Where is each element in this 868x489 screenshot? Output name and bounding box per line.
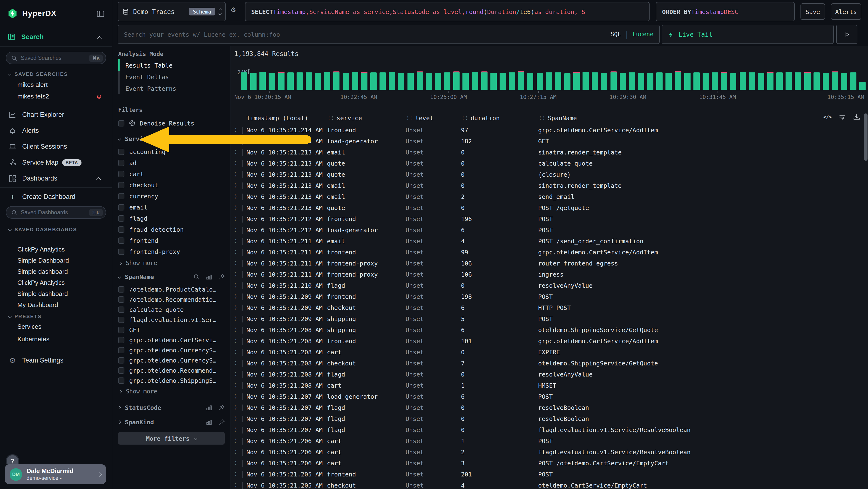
histogram-bar[interactable] xyxy=(776,73,783,90)
drag-handle-icon[interactable]: ⋮⋮ xyxy=(538,115,545,120)
histogram-bar[interactable] xyxy=(564,74,570,90)
histogram-bar[interactable] xyxy=(730,74,737,90)
pin-icon[interactable] xyxy=(218,419,225,425)
saved-searches-input[interactable]: Saved Searches ⌘K xyxy=(6,52,106,64)
histogram-bar[interactable] xyxy=(453,73,460,90)
row-expand-chevron[interactable]: 〉 xyxy=(235,193,242,200)
histogram-bar[interactable] xyxy=(250,73,256,90)
show-more-servicename[interactable]: Show more xyxy=(118,258,225,268)
source-settings-gear-icon[interactable]: ⚙ xyxy=(231,6,236,13)
histogram-bar[interactable] xyxy=(693,73,700,90)
table-row[interactable]: 〉Nov 6 10:35:21.213 AMquoteUnset0calcula… xyxy=(231,158,864,169)
checkbox[interactable] xyxy=(118,193,124,199)
row-expand-chevron[interactable]: 〉 xyxy=(235,426,242,433)
histogram-bar[interactable] xyxy=(324,72,331,90)
histogram-bar[interactable] xyxy=(435,73,441,90)
saved-dashboards-section[interactable]: SAVED DASHBOARDS xyxy=(6,226,106,232)
sidebar-item-team-settings[interactable]: ⚙ Team Settings xyxy=(6,352,106,368)
table-row[interactable]: 〉Nov 6 10:35:21.205 AMcheckoutUnset4otel… xyxy=(231,480,864,489)
table-row[interactable]: 〉Nov 6 10:35:21.205 AMfrontendUnset201PO… xyxy=(231,469,864,480)
histogram-bar[interactable] xyxy=(841,74,847,90)
histogram-bar[interactable] xyxy=(518,72,524,90)
row-expand-chevron[interactable]: 〉 xyxy=(235,382,242,389)
pin-icon[interactable] xyxy=(218,404,225,410)
table-row[interactable]: 〉Nov 6 10:35:21.207 AMflagdUnset0resolve… xyxy=(231,413,864,424)
table-row[interactable]: 〉Nov 6 10:35:21.211 AMemailUnset4POST /s… xyxy=(231,236,864,247)
histogram-bar[interactable] xyxy=(509,73,515,90)
histogram-bar[interactable] xyxy=(379,73,386,90)
row-expand-chevron[interactable]: 〉 xyxy=(235,304,242,311)
filter-option[interactable]: flagd xyxy=(118,213,225,224)
histogram-bar[interactable] xyxy=(472,72,478,90)
histogram-bar[interactable] xyxy=(823,73,829,90)
table-row[interactable]: 〉Nov 6 10:35:21.213 AMquoteUnset0POST /g… xyxy=(231,202,864,213)
pin-icon[interactable] xyxy=(218,136,225,142)
row-expand-chevron[interactable]: 〉 xyxy=(235,338,242,345)
saved-dashboard-item[interactable]: Simple dashboard xyxy=(6,266,106,277)
table-row[interactable]: 〉Nov 6 10:35:21.208 AMflagdUnset0resolve… xyxy=(231,369,864,380)
filter-option[interactable]: grpc.oteldemo.CurrencyS… xyxy=(118,345,225,355)
row-expand-chevron[interactable]: 〉 xyxy=(235,149,242,156)
histogram-bar[interactable] xyxy=(426,73,432,90)
filter-section-servicename[interactable]: ServiceName xyxy=(118,135,225,142)
sidebar-collapse-icon[interactable] xyxy=(96,9,105,18)
histogram-bar[interactable] xyxy=(241,73,247,90)
histogram-bar[interactable] xyxy=(767,73,774,90)
checkbox[interactable] xyxy=(118,204,124,210)
sidebar-item-dashboards[interactable]: Dashboards xyxy=(6,170,106,186)
histogram-bar[interactable] xyxy=(546,73,552,90)
analysis-mode-results-table[interactable]: Results Table xyxy=(118,59,225,71)
row-expand-chevron[interactable]: 〉 xyxy=(235,471,242,478)
filter-option[interactable]: grpc.oteldemo.CartServi… xyxy=(118,335,225,345)
row-expand-chevron[interactable]: 〉 xyxy=(235,160,242,167)
analysis-mode-event-patterns[interactable]: Event Patterns xyxy=(118,83,225,94)
filter-option[interactable]: calculate-quote xyxy=(118,305,225,315)
histogram-bar[interactable] xyxy=(684,73,690,90)
histogram-bar[interactable] xyxy=(758,73,764,90)
table-row[interactable]: 〉Nov 6 10:35:21.208 AMshippingUnset6otel… xyxy=(231,324,864,336)
histogram-bar[interactable] xyxy=(610,73,617,90)
pin-icon[interactable] xyxy=(218,274,225,280)
row-expand-chevron[interactable]: 〉 xyxy=(235,204,242,211)
column-header-duration[interactable]: ⋮⋮duration xyxy=(461,114,538,121)
lucene-toggle[interactable]: Lucene xyxy=(632,31,653,38)
row-expand-chevron[interactable]: 〉 xyxy=(235,237,242,245)
table-row[interactable]: 〉Nov 6 10:35:21.213 AMemailUnset2send_em… xyxy=(231,191,864,202)
table-row[interactable]: 〉Nov 6 10:35:21.211 AMfrontend-proxyUnse… xyxy=(231,258,864,269)
table-row[interactable]: 〉Nov 6 10:35:21.211 AMfrontendUnset99grp… xyxy=(231,247,864,258)
sidebar-item-client-sessions[interactable]: Client Sessions xyxy=(6,139,106,154)
histogram-bar[interactable] xyxy=(813,73,819,90)
row-expand-chevron[interactable]: 〉 xyxy=(235,249,242,256)
filter-option[interactable]: grpc.oteldemo.CurrencyS… xyxy=(118,355,225,366)
checkbox[interactable] xyxy=(118,337,124,343)
create-dashboard-button[interactable]: + Create Dashboard xyxy=(6,189,106,204)
histogram-bar[interactable] xyxy=(666,73,672,90)
histogram-bar[interactable] xyxy=(555,73,561,90)
histogram-bar[interactable] xyxy=(490,73,497,90)
histogram-bar[interactable] xyxy=(407,73,413,90)
filter-option[interactable]: cart xyxy=(118,169,225,179)
histogram-bar[interactable] xyxy=(620,73,626,90)
histogram-bar[interactable] xyxy=(647,73,653,90)
sidebar-item-search[interactable]: Search xyxy=(0,27,112,46)
saved-dashboards-input[interactable]: Saved Dashboards ⌘K xyxy=(6,206,106,219)
histogram-bar[interactable] xyxy=(306,73,312,90)
drag-handle-icon[interactable]: ⋮⋮ xyxy=(327,115,334,120)
checkbox[interactable] xyxy=(118,171,124,177)
row-expand-chevron[interactable]: 〉 xyxy=(235,260,242,267)
checkbox[interactable] xyxy=(118,149,124,155)
row-expand-chevron[interactable]: 〉 xyxy=(235,359,242,367)
more-filters-button[interactable]: More filters xyxy=(118,432,225,444)
saved-dashboard-item[interactable]: My Dashboard xyxy=(6,299,106,310)
table-row[interactable]: 〉Nov 6 10:35:21.211 AMfrontend-proxyUnse… xyxy=(231,269,864,280)
saved-dashboard-item[interactable]: ClickPy Analytics xyxy=(6,277,106,288)
row-expand-chevron[interactable]: 〉 xyxy=(235,315,242,322)
chevron-up-icon[interactable] xyxy=(97,36,102,40)
table-row[interactable]: 〉Nov 6 10:35:21.210 AMflagdUnset0resolve… xyxy=(231,280,864,291)
row-expand-chevron[interactable]: 〉 xyxy=(235,138,242,145)
filter-option[interactable]: checkout xyxy=(118,179,225,191)
histogram-bar[interactable] xyxy=(749,73,755,90)
filter-option[interactable]: ad xyxy=(118,157,225,169)
table-row[interactable]: 〉Nov 6 10:35:21.207 AMload-generatorUnse… xyxy=(231,391,864,402)
histogram-bar[interactable] xyxy=(804,73,810,90)
